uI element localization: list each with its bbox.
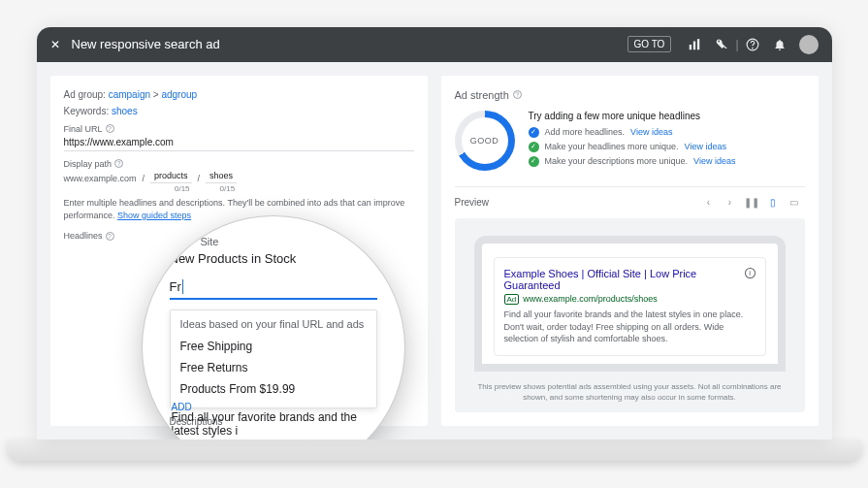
suggestions-header: Ideas based on your final URL and ads: [180, 318, 367, 330]
topbar: ✕ New responsive search ad GO TO |: [37, 27, 832, 62]
display-path-base: www.example.com: [64, 174, 137, 183]
headlines-label: Headlines: [64, 231, 103, 241]
ad-preview: Example Shoes | Official Site | Low Pric…: [494, 257, 766, 356]
recommendation: ✓Make your descriptions more unique. Vie…: [529, 156, 805, 167]
final-url-label: Final URL?: [64, 124, 414, 134]
desktop-icon[interactable]: ▭: [788, 197, 800, 209]
tools-icon[interactable]: [714, 37, 729, 52]
view-ideas-link[interactable]: View ideas: [630, 127, 672, 137]
preview-note: This preview shows potential ads assembl…: [474, 381, 786, 403]
campaign-link[interactable]: campaign: [109, 89, 150, 100]
ad-badge: Ad: [504, 294, 520, 305]
help-icon[interactable]: [745, 37, 760, 52]
strength-rating: GOOD: [462, 117, 508, 164]
recs-title: Try adding a few more unique headlines: [529, 111, 805, 121]
breadcrumb: Ad group: campaign > adgroup: [64, 89, 414, 100]
preview-label: Preview: [455, 197, 490, 208]
prev-icon[interactable]: ‹: [703, 197, 715, 209]
suggestions-dropdown: Ideas based on your final URL and ads Fr…: [170, 309, 377, 408]
final-url-input[interactable]: https://www.example.com: [64, 134, 414, 151]
goto-button[interactable]: GO TO: [627, 36, 672, 52]
suggestion-item[interactable]: Free Returns: [180, 357, 367, 378]
notifications-icon[interactable]: [772, 37, 788, 52]
suggestion-item[interactable]: Products From $19.99: [180, 378, 367, 400]
strength-panel: Ad strength? GOOD Try adding a few more …: [441, 76, 819, 426]
keywords-link[interactable]: shoes: [112, 106, 138, 116]
help-icon[interactable]: ?: [513, 90, 522, 99]
ad-url: www.example.com/products/shoes: [523, 294, 658, 304]
show-guided-link[interactable]: Show guided steps: [117, 211, 191, 220]
svg-rect-1: [693, 41, 695, 49]
help-icon[interactable]: ?: [106, 124, 114, 133]
strength-meter: GOOD: [455, 111, 515, 171]
editor-panel: Ad group: campaign > adgroup Keywords: s…: [50, 76, 428, 426]
adgroup-link[interactable]: adgroup: [161, 89, 197, 100]
pause-icon[interactable]: ❚❚: [746, 197, 757, 209]
preview-frame: Example Shoes | Official Site | Low Pric…: [455, 218, 805, 412]
page-title: New responsive search ad: [72, 37, 627, 51]
check-icon: ✓: [529, 127, 539, 138]
description-value[interactable]: Find all your favorite brands and the la…: [172, 410, 385, 438]
svg-point-4: [752, 48, 753, 49]
reports-icon[interactable]: [687, 37, 702, 52]
ad-description: Find all your favorite brands and the la…: [504, 309, 755, 345]
add-button[interactable]: ADD: [172, 402, 192, 412]
close-icon[interactable]: ✕: [50, 38, 60, 51]
headline-value[interactable]: New Products in Stock: [170, 251, 377, 266]
view-ideas-link[interactable]: View ideas: [685, 142, 726, 151]
recommendation: ✓Make your headlines more unique. View i…: [529, 142, 805, 152]
check-icon: ✓: [529, 142, 539, 152]
info-icon[interactable]: i: [745, 268, 755, 278]
recommendation: ✓Add more headlines. View ideas: [529, 127, 805, 138]
check-icon: ✓: [529, 156, 539, 167]
view-ideas-link[interactable]: View ideas: [693, 156, 735, 166]
headline-input[interactable]: Fr: [170, 279, 377, 300]
next-icon[interactable]: ›: [724, 197, 736, 209]
suggestion-item[interactable]: Free Shipping: [180, 336, 367, 357]
help-icon[interactable]: ?: [106, 232, 114, 241]
ad-strength-label: Ad strength?: [455, 89, 805, 101]
magnified-view: Site New Products in Stock Fr Ideas base…: [143, 216, 404, 439]
headline-fragment: Site: [201, 236, 219, 247]
svg-rect-2: [697, 39, 699, 49]
phone-mockup: Example Shoes | Official Site | Low Pric…: [474, 236, 786, 372]
display-path-2[interactable]: shoes0/15: [206, 169, 237, 183]
display-path-1[interactable]: products0/15: [150, 169, 192, 183]
help-icon[interactable]: ?: [114, 159, 123, 168]
display-path-label: Display path?: [64, 159, 414, 169]
svg-rect-0: [690, 45, 691, 49]
ad-title: Example Shoes | Official Site | Low Pric…: [504, 268, 745, 291]
avatar[interactable]: [799, 35, 819, 54]
instructions: Enter multiple headlines and description…: [64, 197, 414, 221]
mobile-icon[interactable]: ▯: [767, 197, 779, 209]
